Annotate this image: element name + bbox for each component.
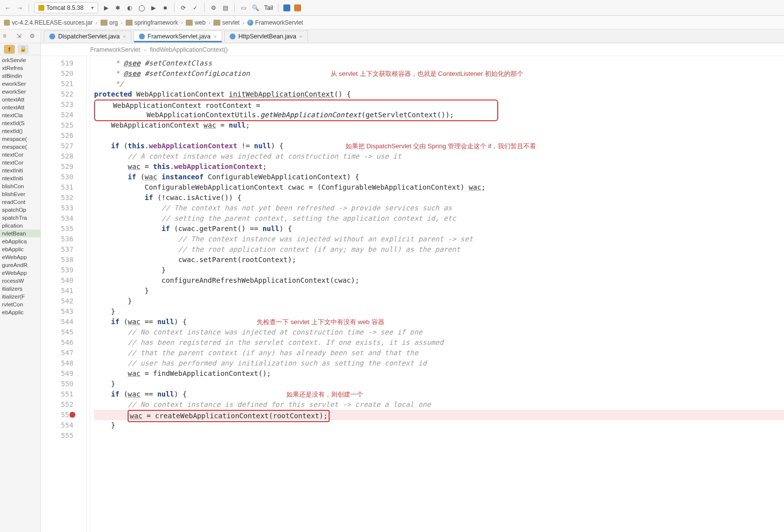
coverage-icon[interactable]: ◐ xyxy=(126,4,134,12)
run-config-combo[interactable]: Tomcat 8.5.38 ▾ xyxy=(34,2,98,13)
line-gutter[interactable]: 5195205215225235245255265275285295305315… xyxy=(41,56,86,532)
line-number[interactable]: 519 xyxy=(41,58,86,68)
nav-forward-icon[interactable]: → xyxy=(16,4,24,12)
line-number[interactable]: 527 xyxy=(41,141,86,151)
search-icon[interactable]: 🔍 xyxy=(251,4,259,12)
close-icon[interactable]: × xyxy=(213,33,216,39)
plugin-blue-icon[interactable] xyxy=(283,4,290,11)
lock-badge[interactable]: 🔒 xyxy=(18,45,29,54)
structure-item[interactable]: blishEver xyxy=(0,190,40,198)
line-number[interactable]: 537 xyxy=(41,244,86,255)
structure-item[interactable]: rocessW xyxy=(0,277,40,285)
line-number[interactable]: 540 xyxy=(41,275,86,286)
line-number[interactable]: 521 xyxy=(41,79,86,89)
line-number[interactable]: 531 xyxy=(41,182,86,193)
structure-item[interactable]: eworkSer xyxy=(0,80,40,88)
crumb-class[interactable]: FrameworkServlet xyxy=(247,19,303,26)
crumb-package[interactable]: springframework xyxy=(126,19,178,26)
profile-icon[interactable]: ◯ xyxy=(137,4,145,12)
line-number[interactable]: 552 xyxy=(41,399,86,410)
line-number[interactable]: 541 xyxy=(41,286,86,296)
structure-item[interactable]: xtRefres xyxy=(0,64,40,72)
line-number[interactable]: 546 xyxy=(41,337,86,348)
line-number[interactable]: 539 xyxy=(41,265,86,275)
structure-item[interactable]: ntextId() xyxy=(0,127,40,135)
crumb-package[interactable]: org xyxy=(101,19,118,26)
close-icon[interactable]: × xyxy=(123,33,126,39)
structure-item[interactable]: ntextIniti xyxy=(0,174,40,182)
context-method[interactable]: findWebApplicationContext() xyxy=(150,46,228,53)
line-number[interactable]: 535 xyxy=(41,224,86,234)
nav-back-icon[interactable]: ← xyxy=(4,4,12,12)
structure-item[interactable]: ntextIniti xyxy=(0,166,40,174)
close-icon[interactable]: × xyxy=(299,33,302,39)
structure-item[interactable]: itializers xyxy=(0,285,40,293)
structure-item[interactable]: ebApplic xyxy=(0,308,40,316)
run-icon[interactable]: ▶ xyxy=(102,4,110,12)
code-content[interactable]: * @see #setContextClass * @see #setConte… xyxy=(90,56,784,532)
structure-item[interactable]: ontextAtt xyxy=(0,96,40,103)
structure-item[interactable]: ebApplica xyxy=(0,237,40,245)
debug-icon[interactable]: ✱ xyxy=(114,4,122,12)
line-number[interactable]: 532 xyxy=(41,193,86,203)
line-number[interactable]: 526 xyxy=(41,131,86,141)
structure-item[interactable]: blishCon xyxy=(0,182,40,190)
editor-tab[interactable]: DispatcherServlet.java× xyxy=(44,31,132,42)
line-number[interactable]: 534 xyxy=(41,213,86,224)
line-number[interactable]: 529 xyxy=(41,162,86,172)
structure-item[interactable]: ontextAtt xyxy=(0,103,40,111)
update-project-icon[interactable]: ⟳ xyxy=(179,4,187,12)
line-number[interactable]: 547 xyxy=(41,348,86,358)
rerun-icon[interactable]: ▶ xyxy=(149,4,157,12)
line-number[interactable]: 528 xyxy=(41,151,86,162)
context-class[interactable]: FrameworkServlet xyxy=(90,46,140,53)
line-number[interactable]: 536 xyxy=(41,234,86,244)
line-number[interactable]: 533 xyxy=(41,203,86,213)
editor-tab[interactable]: FrameworkServlet.java× xyxy=(134,31,222,42)
structure-item[interactable]: spatchOp xyxy=(0,206,40,214)
line-number[interactable]: 553 xyxy=(41,410,86,420)
crumb-jar[interactable]: vc-4.2.4.RELEASE-sources.jar xyxy=(4,19,93,26)
line-number[interactable]: 525 xyxy=(41,120,86,131)
line-number[interactable]: 520 xyxy=(41,68,86,79)
structure-item[interactable]: gureAndR xyxy=(0,261,40,269)
line-number[interactable]: 522 xyxy=(41,89,86,100)
structure-item[interactable]: orkServle xyxy=(0,56,40,64)
line-number[interactable]: 555 xyxy=(41,431,86,441)
build-icon[interactable]: ⚙ xyxy=(209,4,217,12)
structure-item[interactable]: readCont xyxy=(0,198,40,206)
structure-item[interactable]: eWebApp xyxy=(0,269,40,277)
structure-item[interactable]: ntextCor xyxy=(0,151,40,159)
structure-item[interactable]: ntextId(S xyxy=(0,119,40,127)
tail-label[interactable]: Tail xyxy=(264,4,273,11)
structure-item[interactable]: rvletCon xyxy=(0,300,40,308)
structure-item[interactable]: mespace( xyxy=(0,143,40,151)
line-number[interactable]: 544 xyxy=(41,317,86,327)
collapse-icon[interactable]: ≡ xyxy=(3,33,11,40)
line-number[interactable]: 543 xyxy=(41,306,86,317)
line-number[interactable]: 548 xyxy=(41,358,86,368)
line-number[interactable]: 542 xyxy=(41,296,86,306)
structure-item[interactable]: eWebApp xyxy=(0,253,40,261)
structure-item[interactable]: ebApplic xyxy=(0,245,40,253)
structure-item[interactable]: stBindin xyxy=(0,72,40,80)
structure-item[interactable]: ntextCla xyxy=(0,111,40,119)
commit-icon[interactable]: ✓ xyxy=(191,4,199,12)
code-editor[interactable]: 5195205215225235245255265275285295305315… xyxy=(41,56,784,532)
fields-badge[interactable]: f xyxy=(4,45,15,54)
line-number[interactable]: 523 xyxy=(41,100,86,110)
structure-item[interactable]: rvletBean xyxy=(0,230,40,237)
line-number[interactable]: 538 xyxy=(41,255,86,265)
structure-list[interactable]: orkServlextRefresstBindineworkSereworkSe… xyxy=(0,55,40,532)
plugin-orange-icon[interactable] xyxy=(294,4,301,11)
gear-icon[interactable]: ⚙ xyxy=(30,33,37,40)
structure-item[interactable]: ntextCor xyxy=(0,159,40,166)
stop-icon[interactable]: ■ xyxy=(161,4,169,12)
structure-item[interactable]: itializer(F xyxy=(0,293,40,300)
line-number[interactable]: 550 xyxy=(41,379,86,389)
expand-icon[interactable]: ⇲ xyxy=(16,33,24,40)
breakpoint-icon[interactable] xyxy=(69,412,75,418)
line-number[interactable]: 549 xyxy=(41,368,86,379)
crumb-package[interactable]: web xyxy=(186,19,205,26)
preview-icon[interactable]: ▭ xyxy=(239,4,247,12)
